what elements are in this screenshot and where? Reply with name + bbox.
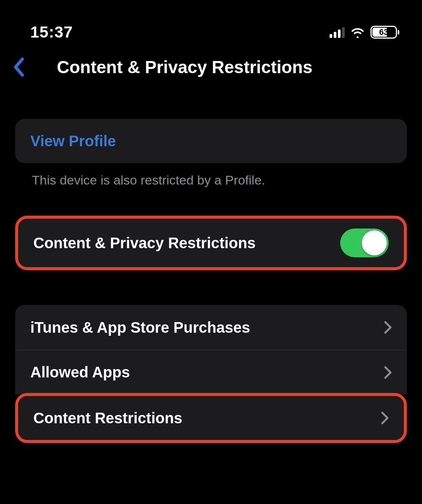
restrictions-toggle-label: Content & Privacy Restrictions	[33, 235, 340, 252]
highlight-content-restrictions: Content Restrictions	[15, 393, 407, 443]
back-button[interactable]	[8, 58, 30, 77]
restrictions-toggle[interactable]	[340, 229, 389, 257]
battery-indicator: 63	[370, 26, 399, 39]
itunes-purchases-row[interactable]: iTunes & App Store Purchases	[15, 305, 407, 350]
cellular-icon	[330, 27, 345, 38]
settings-list: iTunes & App Store Purchases Allowed App…	[15, 305, 407, 394]
allowed-apps-row[interactable]: Allowed Apps	[15, 350, 407, 394]
highlight-toggle: Content & Privacy Restrictions	[15, 216, 407, 270]
restrictions-toggle-row[interactable]: Content & Privacy Restrictions	[18, 219, 404, 267]
itunes-purchases-label: iTunes & App Store Purchases	[30, 319, 384, 336]
content-area: View Profile This device is also restric…	[0, 92, 422, 443]
profile-note: This device is also restricted by a Prof…	[15, 163, 407, 188]
chevron-right-icon	[381, 412, 389, 424]
status-time: 15:37	[30, 23, 73, 41]
navbar: Content & Privacy Restrictions	[0, 45, 422, 92]
status-indicators: 63	[330, 26, 399, 39]
wifi-icon	[350, 27, 365, 38]
view-profile-label: View Profile	[30, 133, 392, 150]
chevron-right-icon	[384, 321, 392, 334]
page-title: Content & Privacy Restrictions	[30, 57, 414, 77]
profile-group: View Profile	[15, 119, 407, 163]
toggle-knob	[362, 230, 387, 255]
battery-level: 63	[372, 27, 396, 37]
view-profile-button[interactable]: View Profile	[15, 119, 407, 163]
status-bar: 15:37 63	[0, 0, 422, 45]
chevron-left-icon	[13, 58, 25, 77]
chevron-right-icon	[384, 366, 392, 379]
content-restrictions-label: Content Restrictions	[33, 410, 381, 427]
allowed-apps-label: Allowed Apps	[30, 364, 384, 381]
content-restrictions-row[interactable]: Content Restrictions	[18, 396, 404, 440]
